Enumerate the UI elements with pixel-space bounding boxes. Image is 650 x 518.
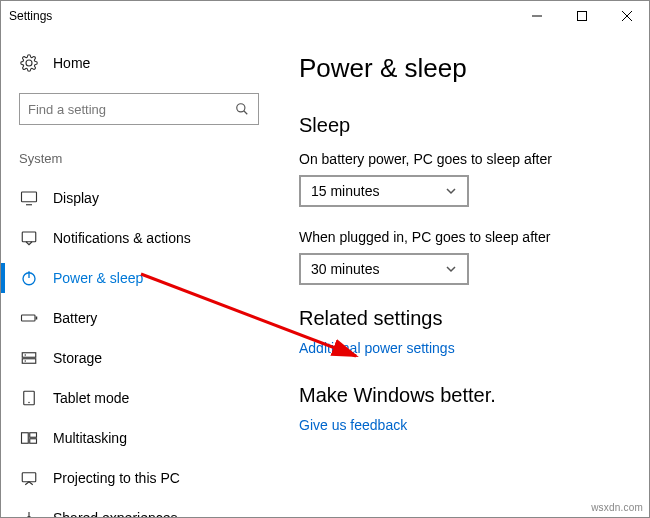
svg-point-15 [25, 354, 27, 356]
close-button[interactable] [604, 1, 649, 31]
svg-rect-14 [22, 359, 36, 364]
sidebar-nav: Display Notifications & actions Power & … [19, 178, 279, 517]
svg-rect-19 [22, 433, 29, 444]
home-nav[interactable]: Home [19, 43, 279, 83]
plugged-sleep-label: When plugged in, PC goes to sleep after [299, 229, 609, 245]
feedback-link[interactable]: Give us feedback [299, 417, 609, 433]
section-title-sleep: Sleep [299, 114, 609, 137]
svg-line-5 [244, 111, 248, 115]
projecting-icon [19, 468, 39, 488]
sidebar-item-notifications[interactable]: Notifications & actions [19, 218, 279, 258]
sidebar-item-label: Projecting to this PC [53, 470, 180, 486]
notifications-icon [19, 228, 39, 248]
svg-point-23 [28, 517, 31, 518]
maximize-button[interactable] [559, 1, 604, 31]
search-icon [234, 101, 250, 117]
page-title: Power & sleep [299, 53, 609, 84]
shared-icon [19, 508, 39, 517]
tablet-icon [19, 388, 39, 408]
svg-rect-6 [22, 192, 37, 202]
titlebar: Settings [1, 1, 649, 31]
svg-rect-8 [22, 232, 36, 242]
section-title-related: Related settings [299, 307, 609, 330]
svg-point-18 [28, 402, 30, 404]
sidebar-item-power-sleep[interactable]: Power & sleep [19, 258, 279, 298]
sidebar-item-label: Display [53, 190, 99, 206]
minimize-icon [532, 11, 542, 21]
svg-rect-22 [22, 473, 36, 482]
sidebar: Home Find a setting System Display Notif… [1, 31, 279, 517]
minimize-button[interactable] [514, 1, 559, 31]
gear-icon [19, 53, 39, 73]
multitasking-icon [19, 428, 39, 448]
storage-icon [19, 348, 39, 368]
plugged-sleep-value: 30 minutes [311, 261, 445, 277]
sidebar-item-label: Multitasking [53, 430, 127, 446]
sidebar-item-projecting[interactable]: Projecting to this PC [19, 458, 279, 498]
sidebar-item-display[interactable]: Display [19, 178, 279, 218]
sidebar-item-shared-experiences[interactable]: Shared experiences [19, 498, 279, 517]
chevron-down-icon [445, 263, 457, 275]
battery-sleep-select[interactable]: 15 minutes [299, 175, 469, 207]
search-placeholder: Find a setting [28, 102, 234, 117]
search-input[interactable]: Find a setting [19, 93, 259, 125]
window-controls [514, 1, 649, 31]
content-pane: Power & sleep Sleep On battery power, PC… [279, 31, 649, 517]
sidebar-item-label: Storage [53, 350, 102, 366]
sidebar-item-label: Notifications & actions [53, 230, 191, 246]
battery-icon [19, 308, 39, 328]
home-label: Home [53, 55, 90, 71]
plugged-sleep-select[interactable]: 30 minutes [299, 253, 469, 285]
svg-rect-21 [30, 439, 37, 444]
sidebar-item-tablet-mode[interactable]: Tablet mode [19, 378, 279, 418]
sidebar-item-storage[interactable]: Storage [19, 338, 279, 378]
chevron-down-icon [445, 185, 457, 197]
svg-point-16 [25, 360, 27, 362]
svg-rect-20 [30, 433, 37, 438]
power-icon [19, 268, 39, 288]
sidebar-item-label: Power & sleep [53, 270, 143, 286]
svg-point-4 [237, 104, 245, 112]
section-title-better: Make Windows better. [299, 384, 609, 407]
svg-rect-1 [577, 12, 586, 21]
svg-rect-13 [22, 353, 36, 358]
maximize-icon [577, 11, 587, 21]
watermark: wsxdn.com [591, 502, 643, 513]
sidebar-group-label: System [19, 151, 279, 166]
svg-rect-12 [36, 317, 38, 320]
settings-window: Settings Home Find a setting [0, 0, 650, 518]
battery-sleep-label: On battery power, PC goes to sleep after [299, 151, 609, 167]
sidebar-item-label: Shared experiences [53, 510, 178, 517]
window-title: Settings [9, 9, 52, 23]
sidebar-item-battery[interactable]: Battery [19, 298, 279, 338]
display-icon [19, 188, 39, 208]
battery-sleep-value: 15 minutes [311, 183, 445, 199]
svg-rect-11 [22, 315, 36, 321]
window-body: Home Find a setting System Display Notif… [1, 31, 649, 517]
additional-power-settings-link[interactable]: Additional power settings [299, 340, 609, 356]
sidebar-item-multitasking[interactable]: Multitasking [19, 418, 279, 458]
sidebar-item-label: Tablet mode [53, 390, 129, 406]
sidebar-item-label: Battery [53, 310, 97, 326]
close-icon [622, 11, 632, 21]
